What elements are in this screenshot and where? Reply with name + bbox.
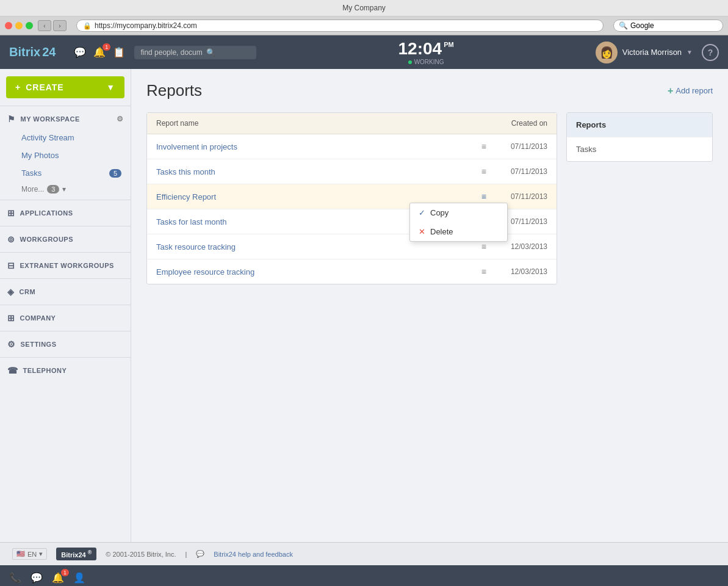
footer-help-link[interactable]: Bitrix24 help and feedback: [214, 551, 293, 558]
forward-button[interactable]: ›: [53, 20, 67, 31]
reports-table: Report name Created on Involvement in pr…: [146, 112, 557, 284]
app-container: Bitrix 24 💬 🔔 1 📋 find people, docum 🔍 1…: [0, 35, 728, 586]
global-search[interactable]: find people, docum 🔍: [134, 46, 256, 59]
footer: 🇺🇸 EN ▾ Bitrix24 ® © 2001-2015 Bitrix, I…: [0, 542, 728, 565]
footer-separator: |: [185, 551, 187, 558]
crm-label: CRM: [20, 288, 36, 295]
create-button[interactable]: + CREATE ▼: [6, 76, 124, 98]
extranet-section: ⊟ EXTRANET WORKGROUPS: [0, 252, 131, 278]
sidebar: + CREATE ▼ ⚑ MY WORKSPACE ⚙ Activity Str…: [0, 69, 131, 542]
chat-icon-footer: 💬: [196, 550, 204, 558]
sidebar-company[interactable]: ⊞ COMPANY: [0, 308, 131, 328]
nav-buttons: ‹ ›: [38, 20, 67, 31]
sidebar-item-activity-stream[interactable]: Activity Stream: [0, 129, 131, 146]
row-menu-icon[interactable]: ≡: [478, 241, 489, 253]
help-button[interactable]: ?: [702, 44, 719, 61]
telephony-icon: ☎: [7, 366, 18, 375]
more-arrow: ▾: [62, 185, 66, 194]
copy-menu-item[interactable]: ✓ Copy: [410, 203, 507, 222]
report-name-link[interactable]: Tasks this month: [156, 167, 478, 176]
delete-menu-item[interactable]: ✕ Delete: [410, 222, 507, 241]
workgroups-section: ⊚ WORKGROUPS: [0, 226, 131, 252]
my-photos-label: My Photos: [21, 151, 59, 160]
copy-label: Copy: [430, 208, 449, 217]
sidebar-telephony[interactable]: ☎ TELEPHONY: [0, 361, 131, 380]
address-bar[interactable]: 🔒 https://mycompany.bitrix24.com: [76, 20, 604, 32]
search-placeholder: Google: [630, 21, 654, 30]
main-layout: + CREATE ▼ ⚑ MY WORKSPACE ⚙ Activity Str…: [0, 69, 728, 542]
table-row: Efficiency Report ≡ 07/11/2013 ✓ Copy: [147, 184, 557, 209]
clock-ampm: PM: [444, 41, 454, 48]
tasks-nav-icon[interactable]: 📋: [113, 46, 125, 58]
browser-titlebar: My Company: [0, 0, 728, 16]
report-name-link[interactable]: Employee resource tracking: [156, 267, 478, 277]
sidebar-extranet[interactable]: ⊟ EXTRANET WORKGROUPS: [0, 256, 131, 275]
lock-icon: 🔒: [83, 22, 92, 30]
sidebar-item-tasks[interactable]: Tasks 5: [0, 164, 131, 182]
workspace-icon: ⚑: [7, 114, 16, 124]
top-nav: Bitrix 24 💬 🔔 1 📋 find people, docum 🔍 1…: [0, 35, 728, 69]
footer-logo: Bitrix24 ®: [56, 548, 96, 560]
applications-section: ⊞ APPLICATIONS: [0, 200, 131, 226]
row-menu-icon[interactable]: ≡: [478, 190, 489, 203]
my-workspace-section: ⚑ MY WORKSPACE ⚙ Activity Stream My Phot…: [0, 106, 131, 200]
page-title: Reports: [146, 81, 202, 100]
workspace-label: MY WORKSPACE: [21, 115, 80, 123]
row-menu-icon[interactable]: ≡: [478, 140, 489, 153]
report-name-link[interactable]: Involvement in projects: [156, 142, 478, 151]
report-name-link[interactable]: Task resource tracking: [156, 242, 478, 251]
content-area: Reports + Add report Report name Created…: [131, 69, 728, 542]
sidebar-more[interactable]: More... 3 ▾: [0, 182, 131, 197]
delete-icon: ✕: [419, 227, 425, 236]
sidebar-workgroups[interactable]: ⊚ WORKGROUPS: [0, 230, 131, 249]
search-icon: 🔍: [619, 21, 628, 30]
row-menu-icon[interactable]: ≡: [478, 266, 489, 278]
panel-item-reports[interactable]: Reports: [567, 113, 712, 137]
delete-label: Delete: [430, 227, 453, 236]
sidebar-my-workspace[interactable]: ⚑ MY WORKSPACE ⚙: [0, 109, 131, 129]
sidebar-settings[interactable]: ⚙ SETTINGS: [0, 335, 131, 354]
chat-icon[interactable]: 💬: [74, 46, 86, 58]
add-report-plus-icon: +: [668, 85, 673, 96]
browser-search-bar[interactable]: 🔍 Google: [613, 20, 723, 32]
user-area[interactable]: 👩 Victoria Morrison ▼: [596, 42, 693, 63]
logo-text: Bitrix: [9, 45, 40, 59]
language-selector[interactable]: 🇺🇸 EN ▾: [12, 548, 47, 560]
sidebar-item-my-photos[interactable]: My Photos: [0, 146, 131, 164]
panel-reports-label: Reports: [576, 120, 606, 129]
person-bottom-icon[interactable]: 👤: [73, 572, 85, 584]
bell-bottom-icon[interactable]: 🔔 1: [52, 572, 64, 584]
chat-bottom-icon[interactable]: 💬: [31, 572, 43, 584]
avatar: 👩: [596, 42, 618, 63]
create-btn-left: + CREATE: [15, 82, 64, 92]
table-row: Tasks this month ≡ 07/11/2013: [147, 159, 557, 184]
phone-icon[interactable]: 📞: [9, 572, 21, 584]
nav-icons: 💬 🔔 1 📋: [74, 46, 125, 58]
work-status[interactable]: WORKING: [408, 59, 444, 65]
footer-copyright: © 2001-2015 Bitrix, Inc.: [106, 551, 176, 558]
create-dropdown-icon: ▼: [106, 82, 115, 92]
row-menu-icon[interactable]: ≡: [478, 165, 489, 178]
minimize-traffic-light[interactable]: [15, 22, 23, 29]
back-button[interactable]: ‹: [38, 20, 51, 31]
table-header: Report name Created on: [147, 113, 557, 134]
add-report-link[interactable]: + Add report: [668, 85, 713, 96]
footer-logo-registered: ®: [88, 549, 92, 555]
notifications-icon[interactable]: 🔔 1: [93, 46, 106, 58]
browser-chrome: My Company ‹ › 🔒 https://mycompany.bitri…: [0, 0, 728, 35]
telephony-section: ☎ TELEPHONY: [0, 357, 131, 383]
panel-item-tasks[interactable]: Tasks: [567, 137, 712, 161]
sidebar-applications[interactable]: ⊞ APPLICATIONS: [0, 203, 131, 223]
create-label: CREATE: [26, 82, 64, 92]
report-name-link[interactable]: Efficiency Report: [156, 192, 478, 201]
extranet-label: EXTRANET WORKGROUPS: [20, 262, 114, 269]
applications-icon: ⊞: [7, 208, 15, 218]
maximize-traffic-light[interactable]: [26, 22, 33, 29]
page-header: Reports + Add report: [146, 81, 713, 100]
row-date: 07/11/2013: [499, 142, 547, 151]
sidebar-crm[interactable]: ◈ CRM: [0, 282, 131, 302]
close-traffic-light[interactable]: [5, 22, 12, 29]
row-date: 07/11/2013: [499, 192, 547, 201]
workspace-settings-icon[interactable]: ⚙: [117, 115, 124, 123]
row-date: 12/03/2013: [499, 242, 547, 251]
